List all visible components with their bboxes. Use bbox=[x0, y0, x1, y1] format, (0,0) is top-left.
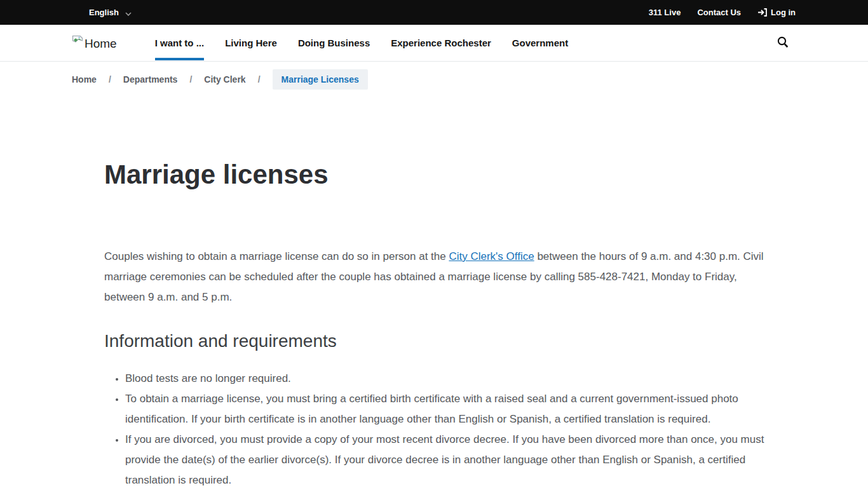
site-header: Home I want to ... Living Here Doing Bus… bbox=[0, 25, 868, 62]
language-selector[interactable]: English bbox=[89, 8, 132, 17]
top-utility-bar: English 311 Live Contact Us Log in bbox=[0, 0, 868, 25]
breadcrumb-departments[interactable]: Departments bbox=[123, 69, 178, 90]
section-heading: Information and requirements bbox=[104, 331, 766, 351]
main-content: Marriage licenses Couples wishing to obt… bbox=[0, 97, 766, 488]
home-logo[interactable]: Home bbox=[72, 35, 117, 51]
nav-living-here[interactable]: Living Here bbox=[225, 25, 277, 60]
nav-experience-rochester[interactable]: Experience Rochester bbox=[391, 25, 491, 60]
logo-alt-text: Home bbox=[85, 37, 117, 51]
language-label: English bbox=[89, 8, 119, 17]
requirements-list: Blood tests are no longer required. To o… bbox=[104, 369, 766, 488]
breadcrumb-home[interactable]: Home bbox=[72, 69, 97, 90]
broken-image-icon bbox=[72, 35, 83, 46]
search-icon bbox=[776, 41, 789, 51]
breadcrumb-marriage-licenses[interactable]: Marriage Licenses bbox=[273, 69, 368, 90]
intro-text-before: Couples wishing to obtain a marriage lic… bbox=[104, 250, 449, 262]
topbar-links: 311 Live Contact Us Log in bbox=[649, 8, 796, 17]
nav-government[interactable]: Government bbox=[512, 25, 568, 60]
nav-i-want-to[interactable]: I want to ... bbox=[155, 25, 205, 60]
city-clerks-office-link[interactable]: City Clerk's Office bbox=[449, 250, 534, 262]
list-item: Blood tests are no longer required. bbox=[125, 369, 766, 389]
nav-doing-business[interactable]: Doing Business bbox=[298, 25, 370, 60]
breadcrumb: Home / Departments / City Clerk / Marria… bbox=[0, 62, 868, 97]
list-item: To obtain a marriage license, you must b… bbox=[125, 389, 766, 430]
breadcrumb-separator: / bbox=[258, 74, 261, 85]
login-link[interactable]: Log in bbox=[757, 8, 796, 17]
list-item: If you are divorced, you must provide a … bbox=[125, 430, 766, 488]
breadcrumb-city-clerk[interactable]: City Clerk bbox=[204, 69, 245, 90]
intro-paragraph: Couples wishing to obtain a marriage lic… bbox=[104, 247, 765, 308]
link-311-live[interactable]: 311 Live bbox=[649, 8, 681, 17]
page-title: Marriage licenses bbox=[104, 159, 766, 190]
login-icon bbox=[757, 8, 767, 17]
breadcrumb-separator: / bbox=[189, 74, 192, 85]
search-button[interactable] bbox=[774, 33, 792, 53]
chevron-down-icon bbox=[125, 10, 132, 16]
link-contact-us[interactable]: Contact Us bbox=[697, 8, 741, 17]
primary-nav: I want to ... Living Here Doing Business… bbox=[155, 25, 774, 60]
breadcrumb-separator: / bbox=[109, 74, 111, 85]
